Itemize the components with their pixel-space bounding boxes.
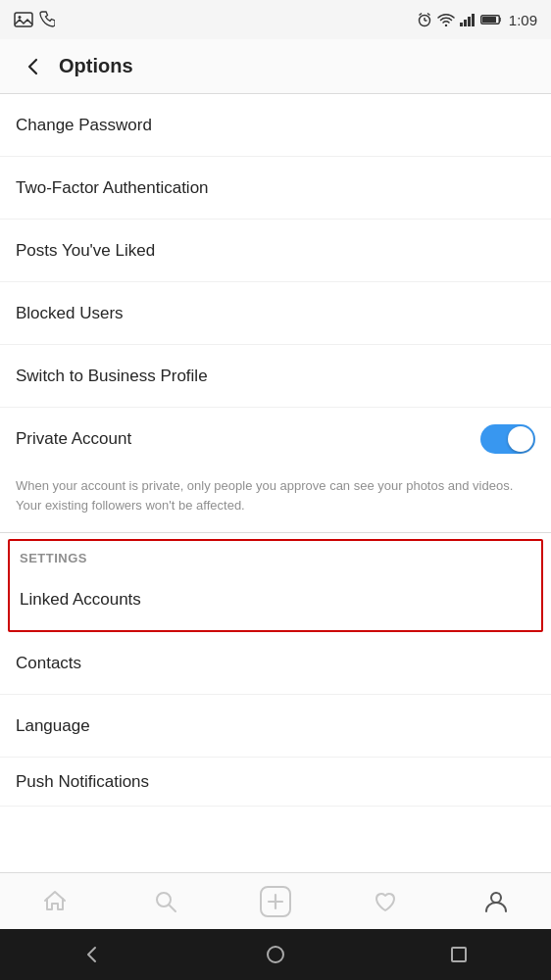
- svg-rect-13: [482, 17, 496, 23]
- private-account-row: Private Account: [0, 408, 551, 470]
- menu-item-language[interactable]: Language: [0, 695, 551, 758]
- menu-item-label: Contacts: [16, 654, 81, 673]
- svg-point-20: [268, 947, 283, 962]
- menu-item-contacts[interactable]: Contacts: [0, 632, 551, 695]
- person-icon: [483, 889, 509, 914]
- battery-icon: [480, 14, 502, 25]
- status-bar-left: [14, 11, 55, 28]
- toggle-thumb: [508, 426, 533, 452]
- status-bar: 1:09: [0, 0, 551, 39]
- menu-item-label: Change Password: [16, 116, 152, 135]
- settings-section-highlighted: SETTINGS Linked Accounts: [8, 539, 543, 632]
- android-home-button[interactable]: [256, 935, 295, 974]
- menu-item-switch-business[interactable]: Switch to Business Profile: [0, 345, 551, 408]
- menu-item-label: Switch to Business Profile: [16, 367, 208, 386]
- svg-rect-21: [452, 948, 466, 961]
- menu-item-label: Posts You've Liked: [16, 241, 155, 261]
- time-display: 1:09: [509, 12, 537, 28]
- back-button[interactable]: [16, 49, 51, 84]
- page-title: Options: [59, 55, 133, 77]
- menu-item-change-password[interactable]: Change Password: [0, 94, 551, 157]
- menu-item-label: Two-Factor Authentication: [16, 178, 209, 198]
- private-account-label: Private Account: [16, 429, 131, 449]
- home-icon: [42, 889, 68, 914]
- alarm-icon: [417, 12, 432, 27]
- svg-point-19: [491, 893, 501, 903]
- heart-icon: [373, 889, 398, 914]
- private-account-description: When your account is private, only peopl…: [0, 470, 551, 533]
- svg-rect-11: [472, 14, 475, 26]
- svg-line-6: [427, 14, 430, 16]
- phone-icon: [39, 11, 55, 28]
- svg-rect-8: [460, 23, 463, 26]
- menu-item-label: Push Notifications: [16, 772, 149, 792]
- menu-item-two-factor[interactable]: Two-Factor Authentication: [0, 157, 551, 220]
- status-bar-right: 1:09: [417, 12, 537, 28]
- app-bar: Options: [0, 39, 551, 94]
- svg-rect-10: [468, 17, 471, 26]
- svg-point-7: [445, 24, 447, 26]
- nav-profile-button[interactable]: [472, 877, 521, 926]
- svg-point-1: [19, 16, 22, 19]
- menu-item-linked-accounts[interactable]: Linked Accounts: [10, 569, 541, 630]
- android-nav-bar: [0, 929, 551, 980]
- nav-home-button[interactable]: [30, 877, 79, 926]
- menu-list: Change Password Two-Factor Authenticatio…: [0, 94, 551, 872]
- private-account-toggle[interactable]: [480, 424, 535, 454]
- menu-item-posts-liked[interactable]: Posts You've Liked: [0, 220, 551, 282]
- image-icon: [14, 12, 33, 27]
- plus-icon: [260, 886, 291, 917]
- android-recents-button[interactable]: [439, 935, 478, 974]
- wifi-icon: [437, 13, 455, 26]
- nav-activity-button[interactable]: [361, 877, 410, 926]
- svg-line-5: [419, 14, 422, 16]
- signal-icon: [460, 13, 476, 26]
- menu-item-label: Linked Accounts: [20, 590, 141, 610]
- menu-item-label: Blocked Users: [16, 304, 124, 323]
- svg-line-15: [169, 905, 175, 911]
- search-icon: [153, 889, 178, 914]
- settings-section-header: SETTINGS: [10, 541, 541, 569]
- nav-add-button[interactable]: [251, 877, 300, 926]
- menu-item-blocked-users[interactable]: Blocked Users: [0, 282, 551, 345]
- menu-item-push-notifications[interactable]: Push Notifications: [0, 758, 551, 807]
- svg-rect-9: [464, 20, 467, 26]
- bottom-nav: [0, 872, 551, 929]
- nav-search-button[interactable]: [141, 877, 190, 926]
- menu-item-label: Language: [16, 716, 90, 736]
- android-back-button[interactable]: [73, 935, 112, 974]
